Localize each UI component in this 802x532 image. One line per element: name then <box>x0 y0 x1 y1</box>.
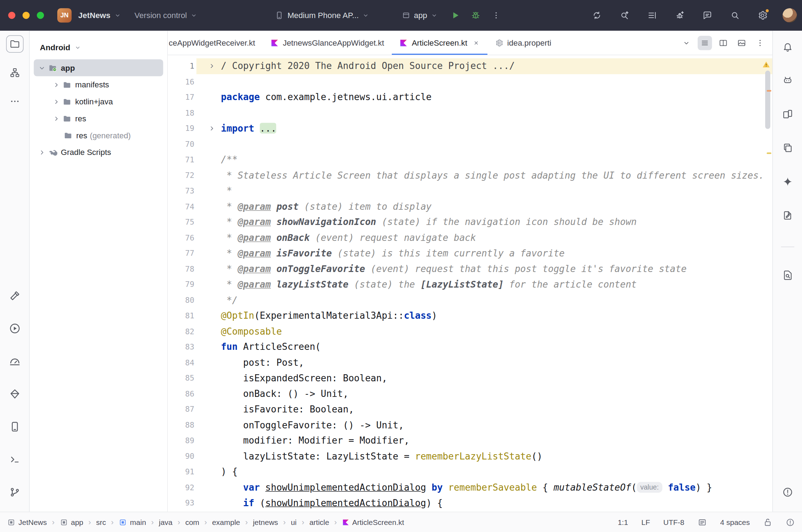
project-button[interactable] <box>6 35 23 53</box>
tab-jetnewsglanceappwidget-kt[interactable]: JetnewsGlanceAppWidget.kt <box>263 31 392 55</box>
code-line-91[interactable]: 91) { <box>168 464 772 480</box>
code-line-85[interactable]: 85 isExpandedScreen: Boolean, <box>168 370 772 386</box>
minimize-window-button[interactable] <box>23 12 30 19</box>
editor-options-button[interactable] <box>753 36 767 50</box>
hidden-tabs-dropdown[interactable] <box>679 36 694 50</box>
gemini-chat-button[interactable] <box>700 8 715 23</box>
project-item-gradle-scripts[interactable]: Gradle Scripts <box>34 144 163 161</box>
preview-button[interactable] <box>734 36 749 50</box>
code-line-17[interactable]: 17package com.example.jetnews.ui.article <box>168 89 772 105</box>
file-lock-icon[interactable] <box>763 517 772 527</box>
code-line-72[interactable]: 72 * Stateless Article Screen that displ… <box>168 168 772 183</box>
problems-indicator-icon[interactable] <box>786 517 795 527</box>
ai-debug-button[interactable] <box>672 8 687 23</box>
breadcrumb-article[interactable]: article <box>309 518 329 526</box>
device-manager-button[interactable] <box>6 418 23 435</box>
code-line-89[interactable]: 89 modifier: Modifier = Modifier, <box>168 433 772 449</box>
line-number[interactable]: 76 <box>168 230 196 245</box>
line-number[interactable]: 72 <box>168 168 196 183</box>
running-devices-button[interactable] <box>779 105 796 123</box>
line-number[interactable]: 83 <box>168 339 196 355</box>
code-line-84[interactable]: 84 post: Post, <box>168 355 772 370</box>
document-search-button[interactable] <box>779 267 796 284</box>
studio-bot-button[interactable] <box>779 71 796 89</box>
line-number[interactable]: 81 <box>168 308 196 324</box>
sync-project-button[interactable] <box>589 8 604 23</box>
gemini-button[interactable] <box>779 173 796 190</box>
run-button[interactable] <box>448 8 463 23</box>
caret-position[interactable]: 1:1 <box>618 518 628 526</box>
settings-button[interactable] <box>755 8 770 23</box>
line-number[interactable]: 1 <box>168 58 196 74</box>
line-number[interactable]: 82 <box>168 324 196 339</box>
code-line-76[interactable]: 76 * @param onBack (event) request navig… <box>168 230 772 245</box>
project-item-res-generated[interactable]: res(generated) <box>34 127 163 144</box>
code-line-77[interactable]: 77 * @param isFavorite (state) is this i… <box>168 245 772 261</box>
project-view-selector[interactable]: Android <box>30 38 167 57</box>
debug-button[interactable] <box>468 8 483 23</box>
run-configuration-selector[interactable]: app <box>397 8 442 22</box>
line-number[interactable]: 70 <box>168 136 196 152</box>
device-explorer-button[interactable] <box>779 139 796 156</box>
code-line-79[interactable]: 79 * @param lazyListState (state) the [L… <box>168 277 772 293</box>
line-number[interactable]: 85 <box>168 370 196 386</box>
line-number[interactable]: 19 <box>168 121 196 136</box>
breadcrumb-example[interactable]: example <box>212 518 240 526</box>
code-line-93[interactable]: 93 if (showUnimplementedActionDialog) { <box>168 495 772 511</box>
line-number[interactable]: 93 <box>168 495 196 511</box>
project-item-app[interactable]: app <box>34 59 163 76</box>
editor-scrollbar[interactable] <box>765 71 770 129</box>
user-avatar[interactable] <box>783 8 797 22</box>
ai-search-button[interactable] <box>617 8 632 23</box>
fold-toggle-icon[interactable] <box>208 124 216 132</box>
code-line-18[interactable]: 18 <box>168 105 772 121</box>
line-number[interactable]: 18 <box>168 105 196 121</box>
run-button[interactable] <box>6 320 23 337</box>
line-number[interactable]: 77 <box>168 245 196 261</box>
more-run-options-button[interactable] <box>489 8 504 23</box>
code-line-75[interactable]: 75 * @param showNavigationIcon (state) i… <box>168 214 772 230</box>
tab-articlescreen-kt[interactable]: ArticleScreen.kt <box>392 31 487 55</box>
fold-toggle-icon[interactable] <box>208 62 216 70</box>
project-item-res[interactable]: res <box>34 110 163 127</box>
inspection-warning-icon[interactable] <box>762 60 770 69</box>
line-number[interactable]: 17 <box>168 89 196 105</box>
line-number[interactable]: 75 <box>168 214 196 230</box>
breadcrumb-java[interactable]: java <box>159 518 172 526</box>
device-selector[interactable]: Medium Phone AP... <box>270 8 374 22</box>
line-number[interactable]: 86 <box>168 386 196 401</box>
line-number[interactable]: 78 <box>168 261 196 277</box>
warning-stripe-mark[interactable] <box>767 90 771 92</box>
code-line-16[interactable]: 16 <box>168 74 772 89</box>
more-tool-windows-button[interactable] <box>6 93 23 110</box>
project-name-widget[interactable]: JetNews <box>74 8 126 22</box>
line-separator[interactable]: LF <box>641 518 650 526</box>
breadcrumb-com[interactable]: com <box>185 518 199 526</box>
zoom-window-button[interactable] <box>37 12 44 19</box>
line-number[interactable]: 74 <box>168 199 196 214</box>
line-number[interactable]: 73 <box>168 183 196 199</box>
code-line-83[interactable]: 83fun ArticleScreen( <box>168 339 772 355</box>
code-line-87[interactable]: 87 isFavorite: Boolean, <box>168 401 772 417</box>
project-item-kotlin-java[interactable]: kotlin+java <box>34 93 163 110</box>
problems-button[interactable] <box>779 484 796 501</box>
notifications-button[interactable] <box>779 38 796 55</box>
code-line-73[interactable]: 73 * <box>168 183 772 199</box>
document-edit-button[interactable] <box>779 207 796 224</box>
line-number[interactable]: 92 <box>168 480 196 495</box>
line-number[interactable]: 16 <box>168 74 196 89</box>
terminal-button[interactable] <box>6 451 23 468</box>
code-line-78[interactable]: 78 * @param onToggleFavorite (event) req… <box>168 261 772 277</box>
build-button[interactable] <box>6 287 23 304</box>
profiler-button[interactable] <box>6 353 23 370</box>
breadcrumb-jetnews[interactable]: jetnews <box>253 518 278 526</box>
breadcrumb-articlescreen-kt[interactable]: ArticleScreen.kt <box>342 518 404 526</box>
breadcrumb-app[interactable]: app <box>60 518 83 526</box>
line-number[interactable]: 71 <box>168 152 196 168</box>
breadcrumb-main[interactable]: main <box>119 518 146 526</box>
version-control-button[interactable] <box>6 484 23 501</box>
code-line-82[interactable]: 82@Composable <box>168 324 772 339</box>
code-line-71[interactable]: 71/** <box>168 152 772 168</box>
search-everywhere-button[interactable] <box>727 8 743 23</box>
code-line-74[interactable]: 74 * @param post (state) item to display <box>168 199 772 214</box>
